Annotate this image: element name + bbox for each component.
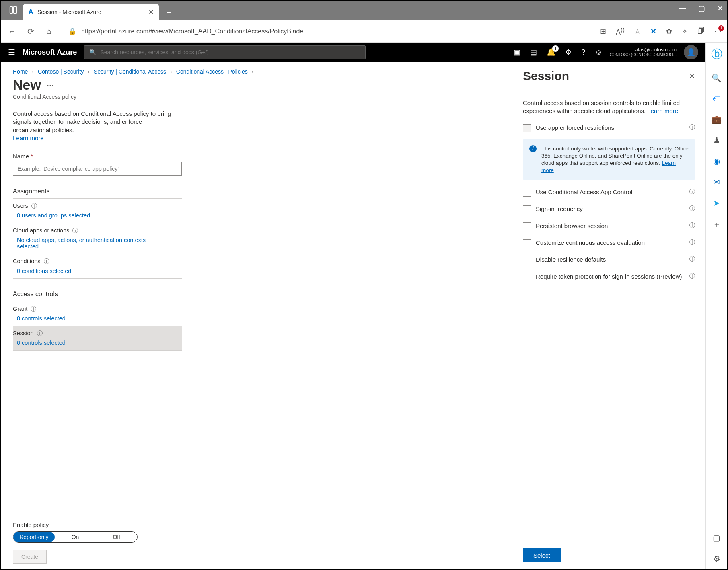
more-icon[interactable]: ⋯ [714,27,722,36]
breadcrumb-security[interactable]: Security | Conditional Access [94,68,166,75]
refresh-icon[interactable]: ⟳ [25,26,36,37]
browser-titlebar: A Session - Microsoft Azure ✕ ＋ — ▢ ✕ [1,1,727,20]
checkbox-signin-frequency[interactable]: Sign-in frequency i [523,205,695,213]
sidebar-panel-icon[interactable]: ▢ [713,533,720,543]
settings-gear-icon[interactable]: ⚙ [565,48,572,57]
minimize-icon[interactable]: — [679,4,686,13]
svg-rect-1 [14,7,16,14]
briefcase-icon[interactable]: 💼 [712,115,722,124]
directory-filter-icon[interactable]: ▤ [530,48,537,57]
breadcrumb-policies[interactable]: Conditional Access | Policies [176,68,248,75]
breadcrumb-contoso[interactable]: Contoso | Security [38,68,84,75]
conditions-row[interactable]: Conditionsi 0 conditions selected [13,254,182,279]
breadcrumb-home[interactable]: Home [13,68,28,75]
info-icon[interactable]: i [689,205,695,211]
page-title: New [13,77,41,93]
checkbox-token-protection[interactable]: Require token protection for sign-in ses… [523,273,695,281]
info-icon[interactable]: i [689,273,695,279]
select-button[interactable]: Select [523,548,561,562]
info-icon[interactable]: i [689,239,695,245]
back-icon[interactable]: ← [6,26,18,37]
add-sidebar-icon[interactable]: ＋ [713,219,721,230]
checkbox-resilience[interactable]: Disable resilience defaults i [523,256,695,264]
info-icon[interactable]: i [37,330,43,336]
more-actions-icon[interactable]: ⋯ [47,81,54,90]
favorites-bar-icon[interactable]: ✧ [682,27,688,36]
notifications-icon[interactable]: 🔔1 [547,48,555,57]
home-icon[interactable]: ⌂ [43,26,55,37]
cloud-shell-icon[interactable]: ▣ [514,48,520,57]
enable-policy-label: Enable policy [13,521,182,528]
apps-icon[interactable]: ⊞ [600,27,606,36]
bing-icon[interactable]: ⓑ [711,47,722,62]
panel-close-icon[interactable]: ✕ [689,72,695,80]
outlook-icon[interactable]: ✉ [713,177,720,187]
policy-name-input[interactable] [13,162,182,176]
info-icon[interactable]: i [72,228,78,233]
info-icon[interactable]: i [44,258,49,264]
maximize-icon[interactable]: ▢ [698,4,705,13]
azure-logo-icon: A [28,8,33,16]
info-callout: i This control only works with supported… [523,139,695,180]
collections-icon[interactable]: 🗐 [697,27,705,35]
info-icon[interactable]: i [689,222,695,228]
new-tab-button[interactable]: ＋ [162,5,176,19]
extensions-icon[interactable]: ✿ [666,27,672,36]
sidebar-settings-icon[interactable]: ⚙ [713,554,720,564]
checkbox-cae[interactable]: Customize continuous access evaluation i [523,239,695,247]
info-icon[interactable]: i [689,124,695,130]
cloud-apps-row[interactable]: Cloud apps or actionsi No cloud apps, ac… [13,223,182,254]
session-panel-description: Control access based on session controls… [523,99,695,115]
users-row[interactable]: Usersi 0 users and groups selected [13,199,182,223]
svg-rect-0 [10,7,12,14]
address-bar[interactable]: 🔒 https://portal.azure.com/#view/Microso… [62,24,593,39]
hamburger-icon[interactable]: ☰ [8,47,15,57]
feedback-icon[interactable]: ☺ [595,48,602,57]
info-icon[interactable]: i [689,256,695,262]
browser-tab[interactable]: A Session - Microsoft Azure ✕ [23,4,159,20]
read-aloud-icon[interactable]: A)) [616,26,625,37]
users-link[interactable]: 0 users and groups selected [13,212,182,219]
checkbox-app-enforced[interactable]: Use app enforced restrictions i [523,124,695,132]
ext-x-icon[interactable]: ✕ [650,27,656,36]
azure-brand[interactable]: Microsoft Azure [23,48,77,57]
favorite-icon[interactable]: ☆ [634,27,641,36]
azure-search[interactable]: 🔍 [84,45,366,59]
grant-row[interactable]: Granti 0 controls selected [13,301,182,326]
info-icon[interactable]: i [689,189,695,194]
assignments-heading: Assignments [13,188,182,199]
conditions-link[interactable]: 0 conditions selected [13,268,182,274]
cloud-apps-link[interactable]: No cloud apps, actions, or authenticatio… [13,237,158,250]
help-icon[interactable]: ? [581,48,585,57]
learn-more-link[interactable]: Learn more [13,135,44,141]
avatar[interactable]: 👤 [684,45,698,59]
toggle-on[interactable]: On [55,532,96,542]
m365-icon[interactable]: ◉ [713,156,720,166]
breadcrumb: Home› Contoso | Security› Security | Con… [13,68,500,75]
create-button[interactable]: Create [13,550,47,564]
games-icon[interactable]: ♟ [713,135,720,145]
toggle-off[interactable]: Off [96,532,137,542]
toggle-report-only[interactable]: Report-only [13,532,55,542]
info-icon[interactable]: i [31,306,36,312]
tab-close-icon[interactable]: ✕ [148,8,154,16]
enable-policy-toggle[interactable]: Report-only On Off [13,531,138,543]
session-link[interactable]: 0 controls selected [13,340,182,346]
checkbox-persistent-browser[interactable]: Persistent browser session i [523,222,695,230]
window-controls: — ▢ ✕ [679,4,723,13]
checkbox-ca-app-control[interactable]: Use Conditional Access App Control i [523,189,695,197]
url-text: https://portal.azure.com/#view/Microsoft… [81,28,303,35]
session-row[interactable]: Sessioni 0 controls selected [13,326,182,351]
session-learn-more-link[interactable]: Learn more [647,107,678,114]
enable-policy-bar: Enable policy Report-only On Off Create [13,521,182,564]
close-window-icon[interactable]: ✕ [717,4,723,13]
user-account[interactable]: balas@contoso.com CONTOSO (CONTOSO.ONMIC… [610,47,677,57]
search-sidebar-icon[interactable]: 🔍 [712,73,722,83]
send-icon[interactable]: ➤ [713,198,720,208]
azure-search-input[interactable] [100,49,360,55]
workspaces-icon[interactable] [9,6,19,15]
grant-link[interactable]: 0 controls selected [13,315,182,322]
info-icon[interactable]: i [31,203,37,209]
edge-sidebar: ⓑ 🔍 🏷 💼 ♟ ◉ ✉ ➤ ＋ ▢ ⚙ [705,43,727,569]
tag-icon[interactable]: 🏷 [713,94,721,103]
